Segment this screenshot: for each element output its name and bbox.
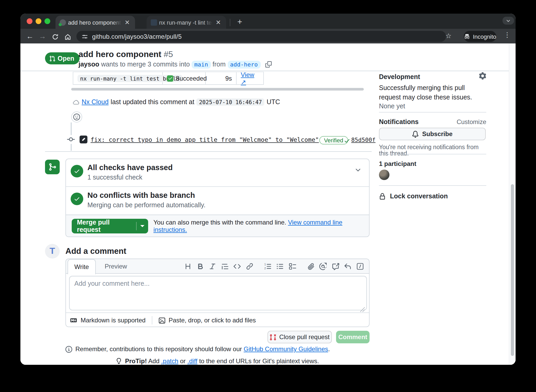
reload-button[interactable] [49,32,61,40]
textarea-resize-handle[interactable] [360,307,365,312]
lock-conversation-row[interactable]: Lock conversation [379,193,486,200]
browser-menu-button[interactable]: ⋮ [504,31,511,39]
checks-table: nx run-many -t lint test build Succeeded… [73,72,264,85]
heading-icon[interactable] [184,262,192,270]
verified-badge[interactable]: Verified [319,136,348,144]
close-pull-request-button[interactable]: Close pull request [267,331,332,343]
comment-button[interactable]: Comment [336,331,370,343]
paste-note-text: Paste, drop, or click to add files [169,317,256,324]
url-text: github.com/jaysoo3/acme/pull/5 [92,33,182,40]
add-reaction-button[interactable] [71,111,82,122]
nx-cloud-link[interactable]: Nx Cloud [82,98,109,106]
bold-icon[interactable] [196,262,204,270]
bookmark-star-icon[interactable]: ☆ [445,32,451,40]
markdown-note-text: Markdown is supported [81,317,146,324]
attach-file-icon[interactable] [307,262,315,270]
command-line-note: You can also merge this with the command… [153,219,363,233]
avatar-letter: T [50,246,55,256]
commit-author-avatar[interactable] [80,136,87,143]
incognito-badge: Incognito [464,31,496,42]
merge-pull-request-button[interactable]: Merge pull request [72,219,148,233]
cmdline-text: You can also merge this with the command… [153,219,288,226]
close-tab-icon[interactable]: ✕ [124,19,131,25]
reply-icon[interactable] [344,262,351,270]
git-pull-request-closed-icon [270,334,277,340]
new-tab-button[interactable]: + [234,16,245,28]
checks-passed-section[interactable]: All checks have passed 1 successful chec… [66,159,369,187]
checks-passed-subtitle: 1 successful check [87,174,142,181]
home-button[interactable] [61,32,74,40]
external-arrow-icon: ↗ [241,78,246,86]
footer-separator [152,316,152,324]
numbered-list-icon[interactable]: 12 [264,262,272,270]
close-window-button[interactable] [27,18,32,24]
customize-link[interactable]: Customize [457,118,486,126]
pr-status-badge: Open [45,52,80,64]
tab-preview[interactable]: Preview [98,259,133,274]
site-settings-icon[interactable] [82,33,88,40]
info-icon [65,346,72,352]
browser-window: add hero component by jayso ✕ nx run-man… [20,14,516,365]
pr-subtitle-text: wants to merge 3 commits into [99,61,192,68]
diff-link[interactable]: .diff [187,357,197,365]
gear-icon[interactable] [479,72,486,81]
table-horizontal-scrollbar[interactable] [71,88,364,91]
image-icon [159,317,165,324]
cross-reference-icon[interactable] [331,262,339,270]
mention-icon[interactable] [319,262,327,270]
view-check-link[interactable]: View ↗ [241,71,259,86]
head-branch-label[interactable]: add-hero [227,61,260,69]
patch-link[interactable]: .patch [161,357,178,365]
git-merge-icon [45,160,60,174]
participant-avatar[interactable] [379,170,389,180]
participants-row [379,170,486,180]
close-tab-icon[interactable]: ✕ [215,19,222,25]
commit-sha-link[interactable]: 85d500f [351,137,376,143]
address-bar[interactable]: github.com/jaysoo3/acme/pull/5 [76,31,446,42]
copy-branch-icon[interactable] [265,62,272,69]
comment-textarea[interactable] [69,276,367,310]
check-job-cell: nx run-many -t lint test build [73,72,163,84]
code-icon[interactable] [233,262,241,270]
italic-icon[interactable] [209,262,216,270]
link-icon[interactable] [245,262,253,270]
commit-message-link[interactable]: fix: correct typo in demo app title from… [91,136,319,143]
current-user-avatar[interactable]: T [45,244,60,259]
slash-commands-icon[interactable] [356,262,364,270]
minimize-window-button[interactable] [36,18,41,24]
markdown-supported-note[interactable]: Markdown is supported [70,317,146,324]
merge-actions-footer: Merge pull request You can also merge th… [66,215,369,237]
back-button[interactable]: ← [24,32,36,40]
subscribe-button[interactable]: Subscribe [379,128,486,140]
pr-title: add hero component #5 [79,50,173,59]
guidelines-note: Remember, contributions to this reposito… [65,345,330,353]
svg-text:2: 2 [264,267,266,270]
tab-pull-request[interactable]: add hero component by jayso ✕ [55,16,135,29]
community-guidelines-link[interactable]: GitHub Community Guidelines [244,345,328,353]
participants-title: 1 participant [379,160,486,167]
page-scrollbar-thumb[interactable] [511,184,514,356]
pr-author[interactable]: jaysoo [79,61,99,68]
tab-nx-run[interactable]: nx run-many -t lint test ... fro ✕ [147,16,226,29]
paste-files-note[interactable]: Paste, drop, or click to add files [159,317,256,324]
markdown-icon [70,317,77,323]
development-title: Development [379,73,420,81]
comment-meta-line: Nx Cloud last updated this comment at 20… [73,98,280,106]
bullet-list-icon[interactable] [276,262,284,270]
utc-label: UTC [267,98,280,106]
github-avatar-favicon [60,19,66,25]
base-branch-label[interactable]: main [192,61,211,69]
forward-button[interactable]: → [36,32,49,40]
check-icon [344,137,350,146]
meta-text: last updated this comment at [111,98,194,106]
browser-toolbar: ← → github.com/jaysoo3/acme/pull/5 ☆ Inc… [20,29,516,43]
task-list-icon[interactable] [288,262,296,270]
tab-search-button[interactable] [502,17,514,25]
tab-write[interactable]: Write [68,259,96,274]
quote-icon[interactable] [221,262,229,270]
merge-options-dropdown[interactable] [137,225,148,227]
formatting-toolbar: 12 [184,259,364,274]
expand-checks-icon[interactable] [354,166,362,176]
zoom-window-button[interactable] [44,18,50,24]
check-status-cell: Succeeded [163,72,206,84]
